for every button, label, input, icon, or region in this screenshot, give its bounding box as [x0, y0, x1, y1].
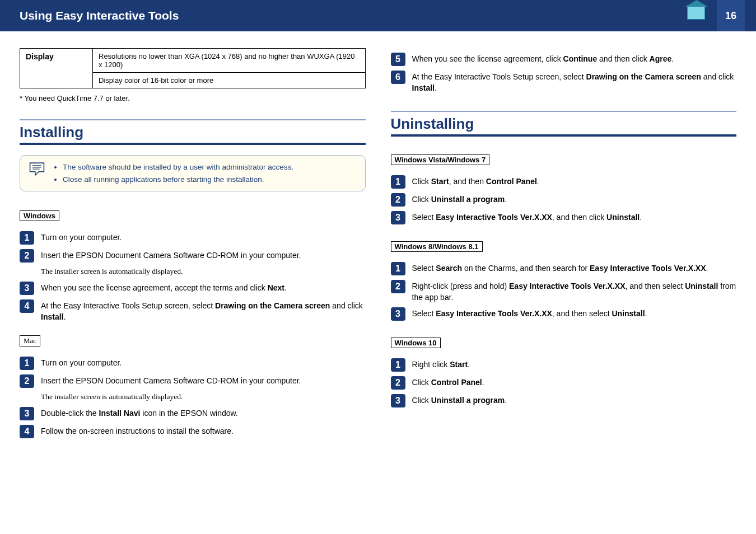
step: 2Click Control Panel.: [391, 376, 737, 390]
os-label-windows: Windows: [20, 210, 59, 221]
step-number: 2: [391, 193, 405, 207]
step: 2Insert the EPSON Document Camera Softwa…: [20, 249, 366, 263]
step: 4Follow the on-screen instructions to in…: [20, 425, 366, 438]
step-number: 3: [391, 394, 405, 407]
step-text: At the Easy Interactive Tools Setup scre…: [412, 71, 737, 94]
note-item: The software should be installed by a us…: [63, 161, 293, 174]
table-row2: Display color of 16-bit color or more: [93, 73, 366, 88]
step-text: Insert the EPSON Document Camera Softwar…: [41, 249, 301, 261]
step: 2Insert the EPSON Document Camera Softwa…: [20, 374, 366, 388]
step-sub: The installer screen is automatically di…: [41, 392, 366, 401]
step-number: 1: [391, 175, 405, 189]
os-label-vista: Windows Vista/Windows 7: [391, 154, 490, 165]
step-text: Select Search on the Charms, and then se…: [412, 262, 708, 274]
top-button[interactable]: TOP: [682, 0, 710, 31]
installing-heading: Installing: [20, 119, 366, 145]
step-number: 3: [20, 282, 34, 295]
uninstalling-heading: Uninstalling: [391, 111, 737, 137]
header-right: TOP 16: [682, 0, 756, 31]
step-number: 1: [20, 231, 34, 245]
step: 3When you see the license agreement, acc…: [20, 282, 366, 295]
step: 6At the Easy Interactive Tools Setup scr…: [391, 71, 737, 94]
content: Display Resolutions no lower than XGA (1…: [0, 31, 756, 460]
step-text: Click Control Panel.: [412, 376, 484, 388]
step-number: 2: [20, 249, 34, 263]
step-number: 3: [391, 307, 405, 321]
step-text: Select Easy Interactive Tools Ver.X.XX, …: [412, 307, 647, 319]
step-text: At the Easy Interactive Tools Setup scre…: [41, 299, 366, 323]
step-number: 4: [20, 425, 34, 438]
step: 1Turn on your computer.: [20, 357, 366, 370]
step: 3Select Easy Interactive Tools Ver.X.XX,…: [391, 307, 737, 321]
step-number: 4: [20, 299, 34, 313]
os-label-win8: Windows 8/Windows 8.1: [391, 241, 483, 252]
step-text: When you see the license agreement, acce…: [41, 282, 287, 293]
os-label-win10: Windows 10: [391, 338, 441, 348]
step: 3Click Uninstall a program.: [391, 394, 737, 407]
step: 3Double-click the Install Navi icon in t…: [20, 407, 366, 420]
note-list: The software should be installed by a us…: [53, 161, 293, 185]
page-header: Using Easy Interactive Tools TOP 16: [0, 0, 756, 31]
header-title: Using Easy Interactive Tools: [20, 9, 179, 22]
step: 3Select Easy Interactive Tools Ver.X.XX,…: [391, 211, 737, 224]
step-text: Follow the on-screen instructions to ins…: [41, 425, 234, 437]
step-number: 1: [391, 358, 405, 372]
step: 5When you see the license agreement, cli…: [391, 53, 737, 66]
step: 1Click Start, and then Control Panel.: [391, 175, 737, 189]
step: 2Click Uninstall a program.: [391, 193, 737, 207]
step-text: Insert the EPSON Document Camera Softwar…: [41, 374, 301, 386]
step-text: Turn on your computer.: [41, 357, 122, 368]
display-table: Display Resolutions no lower than XGA (1…: [20, 48, 366, 88]
right-column: 5When you see the license agreement, cli…: [391, 48, 737, 443]
top-label: TOP: [691, 21, 701, 26]
page-number: 16: [717, 0, 745, 31]
step-number: 2: [20, 374, 34, 388]
step-text: Click Uninstall a program.: [412, 394, 507, 406]
step-number: 3: [20, 407, 34, 420]
step-text: Turn on your computer.: [41, 231, 122, 243]
step-number: 2: [391, 376, 405, 390]
home-icon: [687, 5, 705, 20]
note-box: The software should be installed by a us…: [20, 155, 366, 191]
table-label: Display: [20, 49, 93, 88]
step-text: Select Easy Interactive Tools Ver.X.XX, …: [412, 211, 642, 223]
step-number: 6: [391, 71, 405, 84]
step: 4At the Easy Interactive Tools Setup scr…: [20, 299, 366, 323]
step-number: 5: [391, 53, 405, 66]
step-number: 3: [391, 211, 405, 224]
step: 1Turn on your computer.: [20, 231, 366, 245]
os-label-mac: Mac: [20, 335, 40, 346]
step-number: 1: [391, 262, 405, 275]
table-row1: Resolutions no lower than XGA (1024 x 76…: [93, 49, 366, 73]
step-number: 1: [20, 357, 34, 370]
step-text: Click Uninstall a program.: [412, 193, 507, 205]
step-text: Double-click the Install Navi icon in th…: [41, 407, 238, 419]
note-item: Close all running applications before st…: [63, 174, 293, 186]
step-text: Click Start, and then Control Panel.: [412, 175, 539, 187]
step: 2Right-click (press and hold) Easy Inter…: [391, 280, 737, 303]
step-number: 2: [391, 280, 405, 293]
step-text: Right click Start.: [412, 358, 470, 370]
step-text: When you see the license agreement, clic…: [412, 53, 674, 64]
step: 1Right click Start.: [391, 358, 737, 372]
step-text: Right-click (press and hold) Easy Intera…: [412, 280, 737, 303]
step: 1Select Search on the Charms, and then s…: [391, 262, 737, 275]
footnote: * You need QuickTime 7.7 or later.: [20, 94, 366, 102]
step-sub: The installer screen is automatically di…: [41, 267, 366, 276]
left-column: Display Resolutions no lower than XGA (1…: [20, 48, 366, 443]
note-icon: [28, 161, 46, 177]
